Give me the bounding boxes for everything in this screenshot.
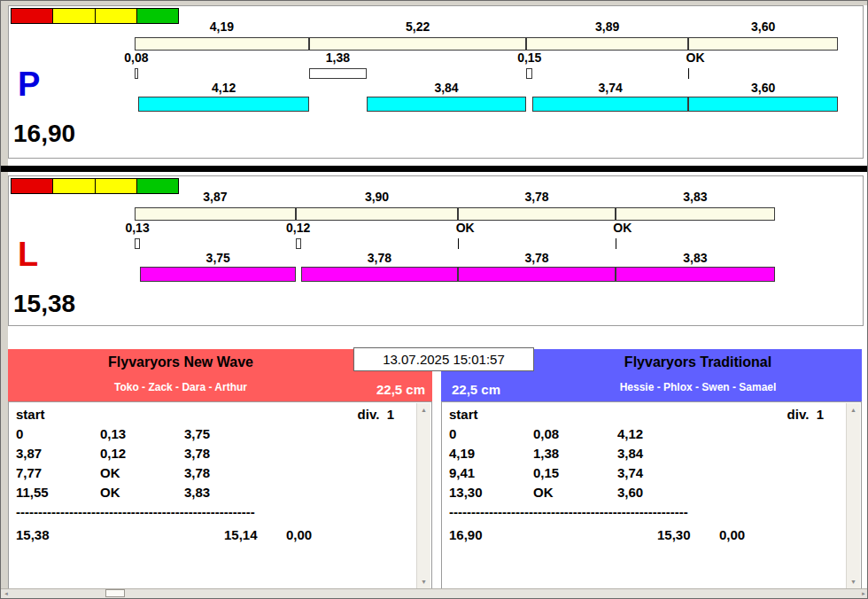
table-row: 00,133,75 bbox=[9, 426, 431, 446]
table-separator: ----------------------------------------… bbox=[9, 504, 273, 522]
jump-distance-bar bbox=[301, 267, 459, 282]
score-table-left: start div. 1 00,133,753,870,123,787,77OK… bbox=[8, 401, 432, 590]
scroll-left-button[interactable]: ◄ bbox=[1, 589, 12, 598]
jump-distance-label: 3,78 bbox=[368, 252, 391, 265]
gap-value-label: 1,38 bbox=[326, 51, 350, 65]
table-separator: ----------------------------------------… bbox=[442, 504, 706, 522]
gap-marker-box bbox=[135, 238, 140, 249]
scroll-up-button[interactable]: ▲ bbox=[417, 403, 430, 416]
score-table-right: start div. 1 00,084,124,191,383,849,410,… bbox=[441, 401, 862, 590]
distance-segment-bar bbox=[296, 207, 458, 221]
team-members: Hessie - Phlox - Swen - Samael bbox=[441, 370, 862, 393]
scroll-up-button[interactable]: ▲ bbox=[847, 403, 860, 416]
jump-distance-bar bbox=[367, 97, 526, 112]
jump-distance-label: 3,83 bbox=[683, 252, 707, 265]
jump-distance-bar bbox=[458, 267, 616, 282]
jump-distance-bar bbox=[688, 97, 838, 112]
table-totals-row: 16,90 15,30 0,00 bbox=[442, 527, 861, 542]
distance-segment-bar bbox=[309, 37, 526, 51]
scroll-right-button[interactable]: ► bbox=[858, 589, 868, 598]
ok-tick bbox=[616, 238, 616, 249]
total-penalty: 0,00 bbox=[719, 527, 745, 542]
table-cell: 3,78 bbox=[184, 446, 268, 465]
distance-segment-bar bbox=[135, 37, 309, 51]
scrollbar-thumb[interactable] bbox=[105, 589, 125, 597]
total-with-gaps: 16,90 bbox=[449, 527, 657, 542]
gap-marker-box bbox=[309, 68, 367, 79]
total-jumped: 15,30 bbox=[657, 527, 719, 542]
table-cell: 3,60 bbox=[617, 485, 701, 504]
table-header: start div. 1 bbox=[9, 402, 431, 426]
jump-distance-bar bbox=[140, 267, 296, 282]
table-cell: OK bbox=[533, 485, 617, 504]
jump-distance-bar bbox=[138, 97, 310, 112]
table-cell: 0,12 bbox=[100, 446, 184, 465]
total-with-gaps: 15,38 bbox=[16, 527, 224, 542]
table-rows: 00,084,124,191,383,849,410,153,7413,30OK… bbox=[442, 426, 861, 504]
table-row: 13,30OK3,60 bbox=[442, 485, 861, 504]
table-row: 11,55OK3,83 bbox=[9, 485, 431, 504]
jump-distance-label: 3,60 bbox=[751, 82, 775, 95]
table-header: start div. 1 bbox=[442, 402, 861, 426]
measure-width-label: 22,5 cm bbox=[452, 382, 500, 397]
table-cell: 1,38 bbox=[533, 446, 617, 465]
table-cell: 4,12 bbox=[617, 426, 701, 446]
lane-letter: L bbox=[18, 237, 38, 272]
gap-ok-label: OK bbox=[456, 222, 475, 235]
section-divider bbox=[1, 166, 867, 172]
jump-distance-bar bbox=[616, 267, 775, 282]
table-row: 00,084,12 bbox=[442, 426, 861, 446]
total-penalty: 0,00 bbox=[286, 527, 312, 542]
table-cell: OK bbox=[100, 485, 184, 504]
division-label: div. 1 bbox=[358, 407, 394, 426]
horizontal-scrollbar[interactable]: ◄ ► bbox=[1, 588, 868, 598]
gap-ok-label: OK bbox=[613, 222, 632, 235]
gap-value-label: 0,08 bbox=[124, 51, 148, 65]
team-members: Toko - Zack - Dara - Arthur bbox=[8, 370, 432, 393]
total-jumped: 15,14 bbox=[224, 527, 286, 542]
table-row: 4,191,383,84 bbox=[442, 446, 861, 465]
distance-chart: 3,870,133,753,900,123,783,78OK3,783,83OK… bbox=[9, 176, 863, 325]
table-cell: 7,77 bbox=[16, 465, 100, 485]
table-cell: 3,83 bbox=[184, 485, 268, 504]
scroll-down-button[interactable]: ▼ bbox=[847, 575, 860, 588]
distance-segment-bar bbox=[458, 207, 616, 221]
distance-chart: 4,190,084,125,221,383,843,890,153,743,60… bbox=[9, 6, 863, 158]
distance-segment-bar bbox=[526, 37, 688, 51]
vertical-scrollbar[interactable]: ▲ ▼ bbox=[846, 403, 860, 588]
table-row: 3,870,123,78 bbox=[9, 446, 431, 465]
segment-distance-label: 5,22 bbox=[406, 20, 430, 34]
gap-marker-box bbox=[296, 238, 301, 249]
measure-panel-P: 4,190,084,125,221,383,843,890,153,743,60… bbox=[8, 5, 864, 159]
table-cell: 3,74 bbox=[617, 465, 701, 485]
timestamp: 13.07.2025 15:01:57 bbox=[353, 347, 534, 371]
segment-distance-label: 4,19 bbox=[210, 20, 234, 34]
distance-segment-bar bbox=[616, 207, 775, 221]
table-cell: 0 bbox=[16, 426, 100, 446]
gap-marker-box bbox=[135, 68, 138, 79]
gap-value-label: 0,13 bbox=[125, 222, 149, 235]
lane-total-distance: 15,38 bbox=[13, 291, 75, 317]
ok-tick bbox=[458, 238, 459, 249]
jump-distance-bar bbox=[532, 97, 688, 112]
table-cell: 0,08 bbox=[533, 426, 617, 446]
vertical-scrollbar[interactable]: ▲ ▼ bbox=[416, 403, 430, 588]
distance-segment-bar bbox=[135, 207, 296, 221]
table-cell: 3,75 bbox=[184, 426, 268, 446]
table-cell: 3,78 bbox=[184, 465, 268, 485]
jump-distance-label: 4,12 bbox=[212, 82, 236, 95]
segment-distance-label: 3,60 bbox=[751, 20, 775, 34]
scroll-down-button[interactable]: ▼ bbox=[417, 575, 430, 588]
jump-distance-label: 3,74 bbox=[599, 82, 623, 95]
gap-ok-label: OK bbox=[686, 51, 705, 65]
distance-segment-bar bbox=[688, 37, 838, 51]
table-cell: 0,15 bbox=[533, 465, 617, 485]
gap-marker-box bbox=[526, 68, 532, 79]
gap-value-label: 0,15 bbox=[517, 51, 541, 65]
table-row: 7,77OK3,78 bbox=[9, 465, 431, 485]
table-cell: 3,84 bbox=[617, 446, 701, 465]
jump-distance-label: 3,84 bbox=[434, 82, 458, 95]
results-footer: Flyvaryors New Wave Toko - Zack - Dara -… bbox=[1, 347, 868, 592]
division-label: div. 1 bbox=[787, 407, 824, 426]
table-row: 9,410,153,74 bbox=[442, 465, 861, 485]
